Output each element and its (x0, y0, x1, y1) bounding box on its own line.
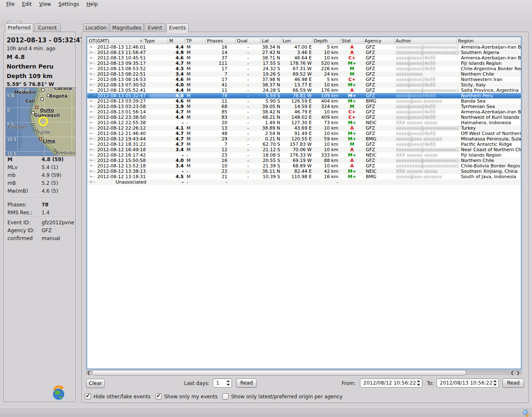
column-header-depth[interactable]: Depth (314, 38, 328, 44)
table-row[interactable]: >2012-08-13 10:45:514.6M37-38.71 N46.64 … (87, 55, 521, 61)
table-row[interactable]: >2012-08-12 22:26:124.1M13-38.89 N43.69 … (87, 125, 521, 131)
table-row[interactable]: >2012-08-13 12:46:014.4M16-38.34 N47.00 … (87, 44, 521, 50)
from-datetime-spinner[interactable]: 2012/08/12 10:56:22 (360, 378, 422, 388)
tab-preferred[interactable]: Preferred (5, 23, 33, 32)
checkbox-show-only-my-events[interactable] (155, 393, 162, 400)
column-header-qual[interactable]: Qual (237, 38, 247, 44)
table-row[interactable]: >2012-08-13 05:32:474.8M78-5.59 S76.81 W… (87, 93, 521, 98)
last-days-spinner[interactable]: 1 (213, 378, 232, 388)
column-header-type[interactable]: Type (144, 38, 155, 44)
column-header-lat[interactable]: Lat (262, 38, 269, 44)
table-row[interactable]: >2012-08-12 15:50:584.0M16-20.55 S69.19 … (87, 158, 521, 163)
row-expander-icon[interactable]: > (89, 136, 93, 142)
row-expander-icon[interactable]: > (89, 77, 93, 82)
cell-phases: 16 (202, 44, 227, 50)
table-row[interactable]: >2012-08-12 22:55:38--20-1.49 N127.30 E7… (87, 120, 521, 125)
table-row[interactable]: >2012-08-13 01:56:144.7M85-38.42 N46.79 … (87, 109, 521, 115)
scroll-left2-icon[interactable]: ❮ (510, 370, 515, 375)
table-row[interactable]: >2012-08-12 16:17:42--23-18.08 S176.33 W… (87, 152, 521, 158)
table-row[interactable]: >2012-08-13 03:39:274.6M11-5.90 S126.59 … (87, 98, 521, 104)
row-expander-icon[interactable]: > (89, 115, 93, 120)
table-row[interactable]: >2012-08-12 13:38:13--22-36.11 N82.44 E4… (87, 169, 521, 174)
table-row[interactable]: >2012-08-13 08:16:534.6M17-37.98 N46.98 … (87, 77, 521, 82)
table-row[interactable]: >2012-08-12 19:43:444.7M29-0.21 N120.55 … (87, 136, 521, 142)
column-header-tp[interactable]: TP (186, 38, 192, 44)
menu-view[interactable]: View (35, 0, 54, 8)
row-expander-icon[interactable]: > (89, 131, 93, 136)
scroll-right-icon[interactable]: ❯ (515, 370, 521, 375)
table-row[interactable]: >2012-08-13 03:23:583.9M68-39.05 N14.59 … (87, 104, 521, 109)
row-expander-icon[interactable]: > (89, 120, 93, 125)
tab-current[interactable]: Current (34, 23, 61, 32)
row-expander-icon[interactable]: > (89, 104, 93, 109)
table-row[interactable]: >2012-08-13 11:56:474.9M14-27.42 N3.46 E… (87, 50, 521, 55)
row-expander-icon[interactable]: > (89, 66, 93, 71)
menu-help[interactable]: Help (83, 0, 101, 8)
table-row[interactable]: >2012-08-12 16:49:183.4M12-21.12 S70.06 … (87, 147, 521, 152)
column-header-otgmt[interactable]: OT(GMT) (89, 38, 109, 44)
column-header-region[interactable]: Region (458, 38, 474, 44)
spinner-arrows-icon[interactable] (416, 380, 421, 386)
table-row[interactable]: >2012-08-12 18:31:224.7M7-62.70 S157.83 … (87, 142, 521, 147)
checkbox-hide-other-fake-events[interactable] (85, 393, 91, 400)
table-row[interactable]: >2012-08-12 23:38:504.4M83-48.21 N148.02… (87, 115, 521, 120)
table-row[interactable]: >2012-08-12 13:52:183.4M10-21.39 S68.89 … (87, 163, 521, 169)
spinner-arrows-icon[interactable] (226, 380, 230, 386)
row-expander-icon[interactable]: > (89, 98, 93, 104)
column-header-stat[interactable]: Stat (342, 38, 351, 44)
read-range-button[interactable]: Read (502, 378, 524, 388)
row-expander-icon[interactable]: > (89, 50, 93, 55)
to-datetime-spinner[interactable]: 2012/08/13 10:56:22 (436, 378, 499, 388)
table-row[interactable]: >2012-08-12 21:46:404.7M48-2.54 N91.49 E… (87, 131, 521, 136)
row-expander-icon[interactable]: > (89, 163, 93, 169)
column-header-m[interactable]: M (169, 38, 173, 44)
table-row[interactable]: >2012-08-13 07:30:524.0M41-38.37 N13.77 … (87, 82, 521, 88)
spinner-arrows-icon[interactable] (493, 380, 497, 386)
checkbox-show-only-latest-preferred-origin-per-agency[interactable] (222, 393, 229, 400)
tab-events[interactable]: Events (166, 23, 189, 32)
column-header-phases[interactable]: Phases (207, 38, 223, 44)
menu-settings[interactable]: Settings (55, 0, 83, 8)
cell-agency: NEIC (366, 120, 393, 125)
row-expander-icon[interactable]: > (89, 82, 93, 88)
row-expander-icon[interactable]: > (89, 109, 93, 115)
table-row[interactable]: >2012-08-13 09:35:174.7M111-17.55 S178.7… (87, 61, 521, 66)
table-row-unassociated[interactable]: >Unassociated---- (87, 179, 521, 185)
location-map[interactable]: 5 N05 S10 S15 S80 W75 W70 W MedellínCúcu… (5, 87, 76, 156)
table-row[interactable]: >2012-08-13 05:52:414.4M11-24.28 S66.59 … (87, 88, 521, 93)
events-table[interactable]: OT(GMT)TypeMTPPhasesQualLatLonDepthStatA… (86, 36, 522, 370)
row-expander-icon[interactable]: > (89, 93, 93, 98)
read-last-days-button[interactable]: Read (236, 378, 257, 388)
clear-button[interactable]: Clear (86, 379, 105, 388)
row-expander-icon[interactable]: > (89, 169, 93, 174)
horizontal-scrollbar[interactable]: ❮ ❮ ❯ (86, 370, 522, 375)
row-expander-icon[interactable]: > (89, 174, 93, 179)
row-expander-icon[interactable]: > (89, 142, 93, 147)
row-expander-icon[interactable]: > (89, 44, 93, 50)
column-header-agency[interactable]: Agency (365, 38, 382, 44)
column-header-lon[interactable]: Lon (283, 38, 291, 44)
row-expander-icon[interactable]: > (89, 88, 93, 93)
scrollbar-thumb[interactable] (92, 370, 466, 375)
tab-location[interactable]: Location (83, 23, 109, 32)
table-row[interactable]: >2012-08-12 13:18:314.5M21-10.39 S110.98… (87, 174, 521, 179)
row-expander-icon[interactable]: > (89, 147, 93, 152)
table-row[interactable]: >2012-08-13 08:53:524.3M17-24.32 S67.31 … (87, 66, 521, 71)
table-row[interactable]: >2012-08-13 08:22:513.4M7-19.26 S69.52 W… (87, 71, 521, 77)
tab-event[interactable]: Event (145, 23, 165, 32)
toolbar-handle[interactable] (1, 20, 4, 27)
tab-magnitudes[interactable]: Magnitudes (110, 23, 144, 32)
row-expander-icon[interactable]: > (89, 55, 93, 61)
row-expander-icon[interactable]: > (89, 125, 93, 131)
row-expander-icon[interactable]: > (89, 158, 93, 163)
scroll-left-icon[interactable]: ❮ (86, 370, 91, 375)
row-expander-icon[interactable]: > (89, 179, 93, 185)
row-expander-icon[interactable]: > (89, 71, 93, 77)
row-expander-icon[interactable]: > (89, 61, 93, 66)
menu-edit[interactable]: Edit (18, 0, 35, 8)
row-expander-icon[interactable]: > (89, 152, 93, 158)
menu-file[interactable]: File (2, 0, 18, 8)
column-header-author[interactable]: Author (396, 38, 411, 44)
cell-stat: M (340, 142, 364, 147)
sort-chevron-up-icon[interactable]: ∧ (140, 38, 143, 44)
